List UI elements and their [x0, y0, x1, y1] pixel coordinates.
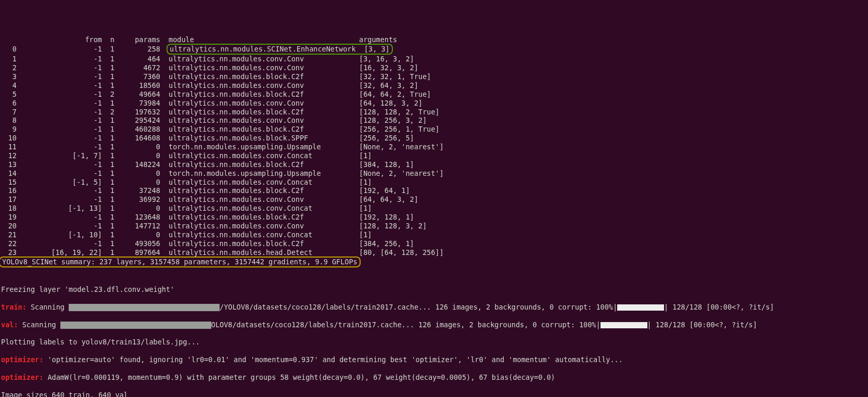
- table-row: 16-1137248ultralytics.nn.modules.block.C…: [1, 186, 867, 195]
- table-row: 0-11258ultralytics.nn.modules.SCINet.Enh…: [1, 44, 867, 55]
- table-row: 7-12197632ultralytics.nn.modules.block.C…: [1, 108, 867, 117]
- scan-rhs: | 128/128 [00:00<?, ?it/s]: [664, 303, 774, 311]
- table-row: 2-114672ultralytics.nn.modules.conv.Conv…: [1, 63, 867, 72]
- table-row: 3-117360ultralytics.nn.modules.block.C2f…: [1, 72, 867, 81]
- table-header-row: fromnparamsmodulearguments: [1, 35, 867, 44]
- table-row: 4-1118560ultralytics.nn.modules.conv.Con…: [1, 81, 867, 90]
- table-row: 14-110torch.nn.modules.upsampling.Upsamp…: [1, 169, 867, 178]
- model-architecture-table: fromnparamsmodulearguments0-11258ultraly…: [1, 35, 867, 277]
- plotting-line: Plotting labels to yolov8/train13/labels…: [1, 338, 867, 347]
- table-row: 11-110torch.nn.modules.upsampling.Upsamp…: [1, 143, 867, 151]
- blank-line: [1, 267, 867, 276]
- val-label: val:: [1, 321, 18, 329]
- table-row: 21[-1, 10]10ultralytics.nn.modules.conv.…: [1, 230, 867, 239]
- train-scan-tail: /YOLOV8/datasets/coco128/labels/train201…: [220, 303, 617, 311]
- optimizer-label: optimizer:: [1, 355, 43, 364]
- redacted-path: [60, 322, 211, 329]
- val-scan-line: val: Scanning OLOV8/datasets/coco128/lab…: [1, 321, 867, 329]
- table-row: 22-11493056ultralytics.nn.modules.block.…: [1, 239, 867, 248]
- table-row: 10-11164608ultralytics.nn.modules.block.…: [1, 134, 867, 143]
- optimizer-label: optimizer:: [1, 373, 43, 381]
- image-sizes-line: Image sizes 640 train, 640 val: [1, 391, 867, 398]
- optimizer-line-2: optimizer: AdamW(lr=0.000119, momentum=0…: [1, 373, 867, 382]
- optimizer-line-1: optimizer: 'optimizer=auto' found, ignor…: [1, 355, 867, 364]
- table-row: 6-1173984ultralytics.nn.modules.conv.Con…: [1, 99, 867, 108]
- table-row: 17-1136992ultralytics.nn.modules.conv.Co…: [1, 195, 867, 204]
- train-label: train:: [1, 303, 27, 311]
- scinet-highlight-box: ultralytics.nn.modules.SCINet.EnhanceNet…: [167, 44, 393, 55]
- table-row: 13-11148224ultralytics.nn.modules.block.…: [1, 160, 867, 169]
- table-row: 8-11295424ultralytics.nn.modules.conv.Co…: [1, 116, 867, 125]
- scanning-word: Scanning: [27, 303, 69, 311]
- table-row: 23[16, 19, 22]1897664ultralytics.nn.modu…: [1, 248, 867, 257]
- redacted-path: [69, 304, 220, 311]
- table-row: 1-11464ultralytics.nn.modules.conv.Conv[…: [1, 55, 867, 63]
- optimizer-text-1: 'optimizer=auto' found, ignoring 'lr0=0.…: [43, 355, 623, 364]
- progress-bar: [601, 322, 647, 328]
- val-scan-tail: OLOV8/datasets/coco128/labels/train2017.…: [211, 321, 601, 329]
- table-row: 19-11123648ultralytics.nn.modules.block.…: [1, 213, 867, 222]
- train-scan-line: train: Scanning /YOLOV8/datasets/coco128…: [1, 303, 867, 312]
- table-row: 9-11460288ultralytics.nn.modules.block.C…: [1, 125, 867, 134]
- table-row: 12[-1, 7]10ultralytics.nn.modules.conv.C…: [1, 151, 867, 160]
- optimizer-text-2: AdamW(lr=0.000119, momentum=0.9) with pa…: [43, 373, 555, 381]
- table-row: 20-11147712ultralytics.nn.modules.conv.C…: [1, 222, 867, 230]
- table-row: 18[-1, 13]10ultralytics.nn.modules.conv.…: [1, 204, 867, 213]
- table-row: 5-1249664ultralytics.nn.modules.block.C2…: [1, 90, 867, 99]
- progress-bar: [617, 304, 664, 311]
- scanning-word: Scanning: [18, 321, 60, 329]
- model-summary-line: YOLOv8_SCINet summary: 237 layers, 31574…: [1, 257, 867, 267]
- summary-highlight-box: YOLOv8_SCINet summary: 237 layers, 31574…: [0, 257, 361, 267]
- freezing-line: Freezing layer 'model.23.dfl.conv.weight…: [1, 285, 867, 294]
- scan-rhs: | 128/128 [00:00<?, ?it/s]: [647, 321, 757, 329]
- table-row: 15[-1, 5]10ultralytics.nn.modules.conv.C…: [1, 178, 867, 187]
